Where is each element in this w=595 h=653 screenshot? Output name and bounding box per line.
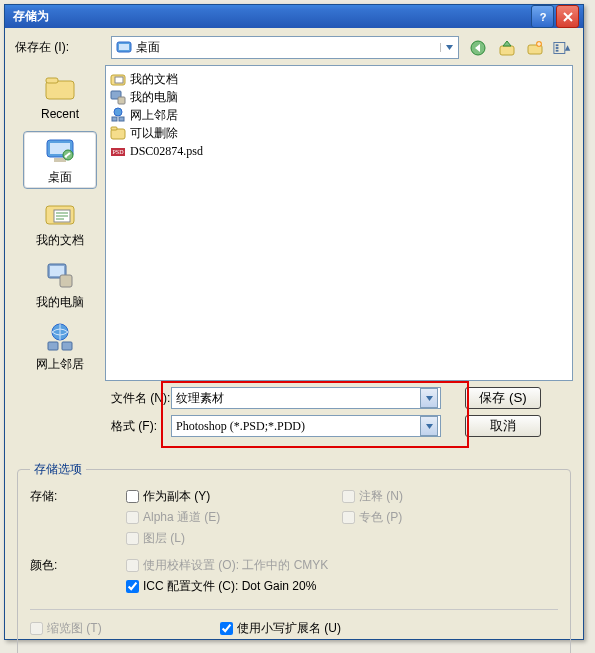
svg-rect-12 (46, 78, 58, 83)
lowercase-ext-checkbox[interactable] (220, 622, 233, 635)
filename-row: 文件名 (N): 保存 (S) (15, 387, 573, 409)
svg-text:?: ? (539, 11, 546, 23)
format-row: 格式 (F): Photoshop (*.PSD;*.PDD) 取消 (15, 415, 573, 437)
help-button[interactable]: ? (531, 5, 554, 28)
places-mycomputer-label: 我的电脑 (36, 294, 84, 311)
svg-rect-7 (554, 42, 565, 53)
desktop-icon (116, 40, 132, 56)
notes-checkbox (342, 490, 355, 503)
icc-label: ICC 配置文件 (C): Dot Gain 20% (143, 578, 316, 595)
filename-combobox[interactable] (171, 387, 441, 409)
folder-docs-icon (44, 198, 76, 230)
views-button[interactable] (553, 38, 573, 58)
format-value: Photoshop (*.PSD;*.PDD) (174, 419, 420, 434)
network-icon (110, 107, 126, 123)
places-desktop[interactable]: 桌面 (23, 131, 97, 189)
close-button[interactable] (556, 5, 579, 28)
format-combobox[interactable]: Photoshop (*.PSD;*.PDD) (171, 415, 441, 437)
save-as-dialog: 存储为 ? 保存在 (I): 桌面 (4, 4, 584, 640)
format-label: 格式 (F): (111, 418, 171, 435)
folder-docs-icon (110, 71, 126, 87)
svg-rect-21 (60, 275, 72, 287)
svg-rect-31 (119, 117, 124, 121)
as-copy-checkbox[interactable] (126, 490, 139, 503)
layers-label: 图层 (L) (143, 530, 185, 547)
places-mydocs-label: 我的文档 (36, 232, 84, 249)
desktop-place-icon (44, 135, 76, 167)
back-button[interactable] (469, 38, 489, 58)
list-item[interactable]: 我的电脑 (110, 88, 568, 106)
svg-rect-33 (111, 127, 117, 130)
thumbnail-label: 缩览图 (T) (47, 620, 102, 637)
network-icon (44, 322, 76, 354)
svg-rect-30 (112, 117, 117, 121)
item-label: DSC02874.psd (130, 144, 203, 159)
folder-icon (110, 125, 126, 141)
svg-rect-2 (119, 44, 129, 50)
svg-rect-8 (556, 44, 559, 46)
alpha-checkbox (126, 511, 139, 524)
svg-rect-10 (556, 49, 559, 51)
as-copy-label: 作为副本 (Y) (143, 488, 210, 505)
up-button[interactable] (497, 38, 517, 58)
item-label: 网上邻居 (130, 107, 178, 124)
options-legend: 存储选项 (30, 461, 86, 478)
save-subgroup: 存储: 作为副本 (Y) 注释 (N) Alpha 通道 (E) 专色 (P) … (30, 488, 558, 551)
chevron-down-icon[interactable] (420, 388, 438, 408)
dialog-body: 保存在 (I): 桌面 (5, 28, 583, 653)
svg-rect-4 (500, 46, 514, 55)
proof-checkbox (126, 559, 139, 572)
places-mycomputer[interactable]: 我的电脑 (24, 257, 96, 313)
list-item[interactable]: 我的文档 (110, 70, 568, 88)
svg-rect-24 (62, 342, 72, 350)
icc-checkbox[interactable] (126, 580, 139, 593)
list-item[interactable]: PSD DSC02874.psd (110, 142, 568, 160)
svg-rect-11 (46, 81, 74, 99)
location-combobox[interactable]: 桌面 (111, 36, 459, 59)
lowercase-ext-label: 使用小写扩展名 (U) (237, 620, 341, 637)
computer-icon (110, 89, 126, 105)
mid-area: Recent 桌面 我的文档 我的电脑 网上邻居 (15, 65, 573, 381)
color-sublabel: 颜色: (30, 557, 126, 599)
thumbnail-checkbox (30, 622, 43, 635)
chevron-down-icon[interactable] (440, 43, 454, 52)
chevron-down-icon[interactable] (420, 416, 438, 436)
name-format-area: 文件名 (N): 保存 (S) 格式 (F): Photoshop (*.PSD… (15, 387, 573, 443)
cancel-button[interactable]: 取消 (465, 415, 541, 437)
color-subgroup: 颜色: 使用校样设置 (O): 工作中的 CMYK ICC 配置文件 (C): … (30, 557, 558, 599)
filename-label: 文件名 (N): (111, 390, 171, 407)
places-recent[interactable]: Recent (24, 69, 96, 125)
proof-label: 使用校样设置 (O): 工作中的 CMYK (143, 557, 328, 574)
folder-recent-icon (44, 73, 76, 105)
svg-rect-9 (556, 47, 559, 49)
places-network[interactable]: 网上邻居 (24, 319, 96, 375)
location-text: 桌面 (136, 39, 160, 56)
save-sublabel: 存储: (30, 488, 126, 551)
layers-checkbox (126, 532, 139, 545)
places-desktop-label: 桌面 (48, 169, 72, 186)
svg-rect-20 (50, 266, 64, 276)
places-network-label: 网上邻居 (36, 356, 84, 373)
dialog-title: 存储为 (9, 8, 529, 25)
save-in-label: 保存在 (I): (15, 39, 111, 56)
places-mydocs[interactable]: 我的文档 (24, 195, 96, 251)
file-listing[interactable]: 我的文档 我的电脑 网上邻居 可以删除 PSD DSC02874.psd (105, 65, 573, 381)
item-label: 我的文档 (130, 71, 178, 88)
item-label: 我的电脑 (130, 89, 178, 106)
list-item[interactable]: 网上邻居 (110, 106, 568, 124)
nav-toolbar (469, 38, 573, 58)
notes-label: 注释 (N) (359, 488, 403, 505)
list-item[interactable]: 可以删除 (110, 124, 568, 142)
save-in-row: 保存在 (I): 桌面 (15, 36, 573, 59)
save-options-group: 存储选项 存储: 作为副本 (Y) 注释 (N) Alpha 通道 (E) 专色… (17, 461, 571, 653)
new-folder-button[interactable] (525, 38, 545, 58)
filename-input[interactable] (174, 391, 420, 405)
svg-point-29 (114, 108, 122, 116)
titlebar: 存储为 ? (5, 5, 583, 28)
save-button[interactable]: 保存 (S) (465, 387, 541, 409)
svg-rect-23 (48, 342, 58, 350)
spot-checkbox (342, 511, 355, 524)
places-recent-label: Recent (41, 107, 79, 121)
psd-icon: PSD (110, 143, 126, 159)
svg-rect-26 (115, 77, 123, 83)
